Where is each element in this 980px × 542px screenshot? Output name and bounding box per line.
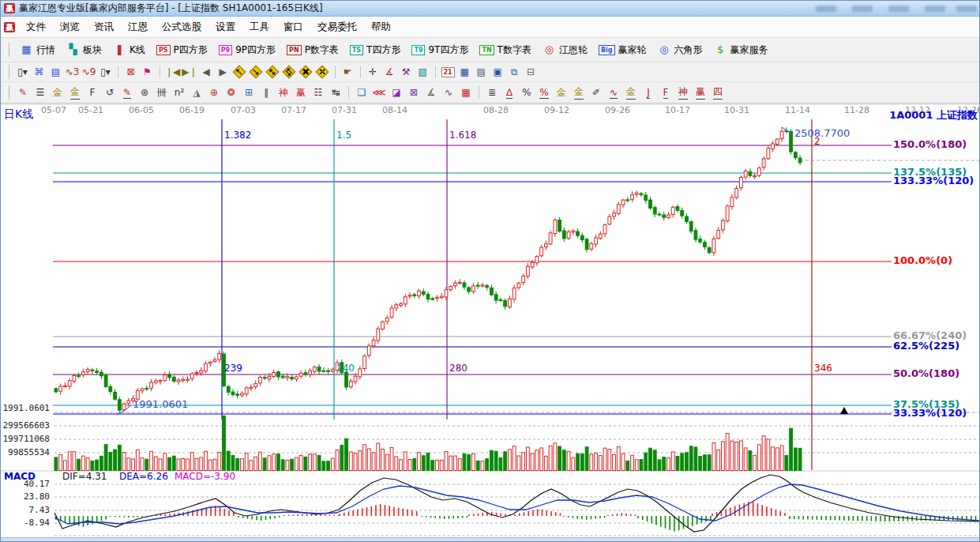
gann-level-label: 150.0%(180): [893, 139, 967, 150]
date-tick-label: 05-07: [41, 106, 66, 115]
date-tick-label: 05-21: [78, 106, 103, 115]
gann-level-label: 62.5%(225): [893, 341, 959, 352]
gann-count-label: 280: [449, 363, 467, 374]
gann-level-label: 100.0%(0): [893, 255, 952, 266]
volume-layer: [54, 416, 802, 470]
macd-axis-label: -8.94: [1, 518, 50, 528]
volume-axis-label: 299566603: [1, 421, 50, 431]
macd-hist-layer: [56, 502, 976, 532]
date-tick-label: 08-28: [483, 106, 509, 115]
price-axis-low-label: 1991.0601: [1, 404, 50, 413]
gann-ratio-label: 1.382: [224, 130, 251, 141]
date-tick-label: 07-03: [231, 106, 256, 115]
symbol-label: 1A0001 上证指数: [889, 110, 978, 121]
application-window: 赢 赢家江恩专业版[赢家内部服务平台] - [上证指数 SH1A0001-165…: [0, 0, 980, 542]
gann-ratio-label: 1.5: [336, 130, 351, 141]
macd-axis-label: 7.43: [1, 506, 50, 515]
macd-pane-title[interactable]: MACD: [4, 472, 36, 482]
macd-dea-line: [54, 484, 980, 524]
date-tick-label: 10-17: [665, 106, 690, 115]
candles-layer: [54, 127, 802, 413]
gann-level-label: 133.33%(120): [893, 175, 974, 186]
macd-hist-value: MACD=-3.90: [175, 472, 235, 482]
volume-axis-label: 99855534: [1, 448, 50, 457]
gann-level-label: 33.33%(120): [893, 408, 967, 419]
macd-dea-value: DEA=6.26: [119, 472, 168, 482]
date-tick-label: 08-14: [382, 106, 407, 115]
period-mode-label[interactable]: 日K线: [4, 108, 33, 120]
gann-level-label: 50.0%(180): [893, 368, 959, 379]
date-tick-label: 09-26: [605, 106, 630, 115]
gann-count-label: 239: [224, 363, 242, 374]
gann-count-label: 240: [336, 363, 355, 374]
date-tick-label: 07-31: [332, 106, 357, 115]
gann-count-label: 346: [814, 363, 832, 374]
volume-axis-label: 199711068: [1, 435, 50, 444]
date-tick-label: 09-12: [544, 106, 569, 115]
date-tick-label: 06-05: [129, 106, 154, 115]
gann-ratio-label: 1.618: [449, 130, 476, 141]
macd-axis-label: 23.80: [1, 492, 50, 502]
chart-canvas[interactable]: [1, 1, 980, 542]
low-price-callout: 1991.0601: [133, 399, 188, 410]
date-tick-label: 11-28: [844, 106, 869, 115]
date-tick-label: 06-19: [179, 106, 205, 115]
macd-dif-value: DIF=4.31: [62, 472, 107, 482]
peak-price-callout: 2508.7700: [794, 128, 850, 139]
date-tick-label: 11-14: [785, 106, 810, 115]
date-tick-label: 10-31: [724, 106, 749, 115]
date-tick-label: 07-17: [281, 106, 306, 115]
window-bottom-edge: [1, 537, 979, 542]
triangle-marker: [840, 407, 848, 414]
